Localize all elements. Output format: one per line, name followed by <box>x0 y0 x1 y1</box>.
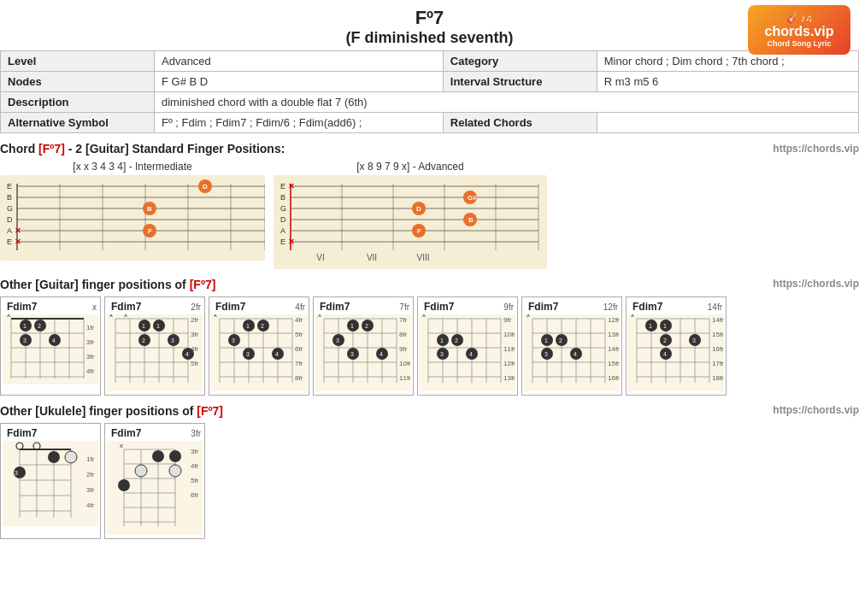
svg-text:x: x <box>109 314 113 319</box>
uke-card-2: Fdim7 3fr x 3fr 4fr 5fr <box>104 423 205 539</box>
card6-fret: 12fr <box>603 302 618 312</box>
info-row-nodes: Nodes F G# B D Interval Structure R m3 m… <box>1 72 859 92</box>
logo[interactable]: 🎸 ♪♫ chords.vip Chord Song Lyric <box>748 4 850 56</box>
svg-text:D: D <box>7 215 13 224</box>
svg-text:16fr: 16fr <box>712 345 724 353</box>
svg-text:5fr: 5fr <box>295 331 303 338</box>
svg-text:✕: ✕ <box>288 182 295 191</box>
svg-text:2: 2 <box>142 337 145 343</box>
other-ukulele-text: Other [Ukulele] finger positions of [Fº7… <box>0 404 223 418</box>
value-nodes: F G# B D <box>155 72 444 92</box>
svg-text:2: 2 <box>38 323 41 329</box>
svg-text:3fr: 3fr <box>191 331 199 338</box>
card2-title: Fdim7 <box>109 300 144 314</box>
guitar-link: https://chords.vip <box>773 278 859 291</box>
svg-text:x: x <box>7 314 11 319</box>
info-row-level: Level Advanced Category Minor chord ; Di… <box>1 51 859 72</box>
fretboard-intermediate: E B G D A E ✕ ✕ D <box>0 175 265 261</box>
header: Fº7 (F diminished seventh) 🎸 ♪♫ chords.v… <box>0 0 859 50</box>
svg-text:1: 1 <box>142 323 145 329</box>
other-ukulele-heading: Other [Ukulele] finger positions of [Fº7… <box>0 404 859 418</box>
other-guitar-text: Other [Guitar] finger positions of [Fº7] <box>0 278 215 291</box>
info-row-desc: Description diminished chord with a doub… <box>1 92 859 113</box>
svg-text:1: 1 <box>23 323 26 329</box>
info-table: Level Advanced Category Minor chord ; Di… <box>0 50 859 133</box>
card3-diagram: x 4fr 1 2 5fr 3 6fr 3 4 7fr 8fr <box>211 314 307 391</box>
info-row-alt: Alternative Symbol Fº ; Fdim ; Fdim7 ; F… <box>1 113 859 133</box>
svg-text:F: F <box>417 227 421 235</box>
svg-text:B: B <box>468 216 474 224</box>
label-nodes: Nodes <box>1 72 155 92</box>
svg-rect-28 <box>274 175 547 269</box>
card2-fret: 2fr <box>191 302 201 312</box>
card5-diagram: x 9fr 10fr 1 2 11fr 3 4 12fr 13fr <box>420 314 515 391</box>
svg-text:B: B <box>7 193 12 202</box>
card1-xmarks: x <box>92 302 97 312</box>
value-alt: Fº ; Fdim ; Fdim7 ; Fdim/6 ; Fdim(add6) … <box>155 113 444 133</box>
main-title: Fº7 <box>345 7 513 29</box>
chord-ref-uke: [Fº7] <box>197 404 223 418</box>
svg-text:1: 1 <box>663 323 667 329</box>
svg-text:E: E <box>280 182 285 191</box>
svg-text:3: 3 <box>544 351 548 357</box>
svg-text:16fr: 16fr <box>608 374 620 382</box>
svg-text:4: 4 <box>574 351 577 357</box>
svg-text:4fr: 4fr <box>191 345 199 353</box>
label-category: Category <box>443 51 597 72</box>
svg-text:4: 4 <box>185 351 189 357</box>
value-interval: R m3 m5 6 <box>597 72 858 92</box>
guitar-card-1: Fdim7 x x 1 2 1fr <box>0 296 101 396</box>
svg-point-282 <box>152 450 164 462</box>
svg-text:1fr: 1fr <box>86 455 95 463</box>
svg-text:1: 1 <box>544 337 548 343</box>
card4-title: Fdim7 <box>317 300 352 314</box>
guitar-card-6: Fdim7 12fr x 12fr 13fr 1 2 14fr 3 <box>521 296 622 396</box>
svg-text:2fr: 2fr <box>86 471 95 478</box>
card6-title: Fdim7 <box>526 300 561 314</box>
guitar-chord-cards: Fdim7 x x 1 2 1fr <box>0 296 859 396</box>
svg-point-285 <box>135 465 147 477</box>
label-level: Level <box>1 51 155 72</box>
svg-text:1: 1 <box>246 323 250 329</box>
svg-text:5fr: 5fr <box>191 477 199 484</box>
svg-text:✕: ✕ <box>15 238 21 246</box>
svg-text:B: B <box>280 193 285 202</box>
svg-point-283 <box>169 450 181 462</box>
svg-text:1: 1 <box>350 323 354 329</box>
svg-text:3fr: 3fr <box>191 448 199 455</box>
svg-text:1: 1 <box>440 337 444 343</box>
svg-text:4fr: 4fr <box>295 316 303 324</box>
svg-text:15fr: 15fr <box>608 360 620 367</box>
svg-text:3: 3 <box>23 337 26 343</box>
svg-text:VIII: VIII <box>416 253 429 262</box>
svg-text:3: 3 <box>692 337 696 343</box>
fretboard-advanced: E B G D A E ✕ ✕ G# D <box>274 175 547 269</box>
uke-card1-title: Fdim7 <box>4 426 39 440</box>
svg-text:4: 4 <box>663 351 667 357</box>
svg-text:8fr: 8fr <box>399 331 408 338</box>
svg-text:D: D <box>416 205 421 213</box>
svg-text:G#: G# <box>468 194 477 202</box>
svg-text:✕: ✕ <box>288 238 295 246</box>
svg-text:A: A <box>7 226 12 235</box>
diagram-advanced: [x 8 9 7 9 x] - Advanced E B G D A E <box>274 161 547 269</box>
value-related <box>597 113 858 133</box>
svg-text:1: 1 <box>649 323 652 329</box>
svg-text:12fr: 12fr <box>608 316 620 324</box>
svg-text:13fr: 13fr <box>503 374 515 382</box>
diagram-advanced-label: [x 8 9 7 9 x] - Advanced <box>356 161 463 173</box>
card3-fret: 4fr <box>295 302 305 312</box>
svg-text:3: 3 <box>350 351 354 357</box>
guitar-card-5: Fdim7 9fr x 9fr 10fr 1 2 11fr 3 <box>417 296 518 396</box>
card1-title: Fdim7 <box>4 300 39 314</box>
svg-text:10fr: 10fr <box>399 360 411 367</box>
svg-text:5fr: 5fr <box>191 360 199 367</box>
svg-point-261 <box>48 451 60 463</box>
uke-chord-cards: Fdim7 1fr 3 2fr 3fr 4fr <box>0 423 859 539</box>
label-alt: Alternative Symbol <box>1 113 155 133</box>
svg-text:10fr: 10fr <box>503 331 515 338</box>
guitar-card-3: Fdim7 4fr x 4fr 1 2 5fr 3 6fr <box>209 296 309 396</box>
card7-fret: 14fr <box>708 302 722 312</box>
logo-inner: 🎸 ♪♫ chords.vip Chord Song Lyric <box>748 5 850 55</box>
svg-text:3fr: 3fr <box>86 486 95 494</box>
